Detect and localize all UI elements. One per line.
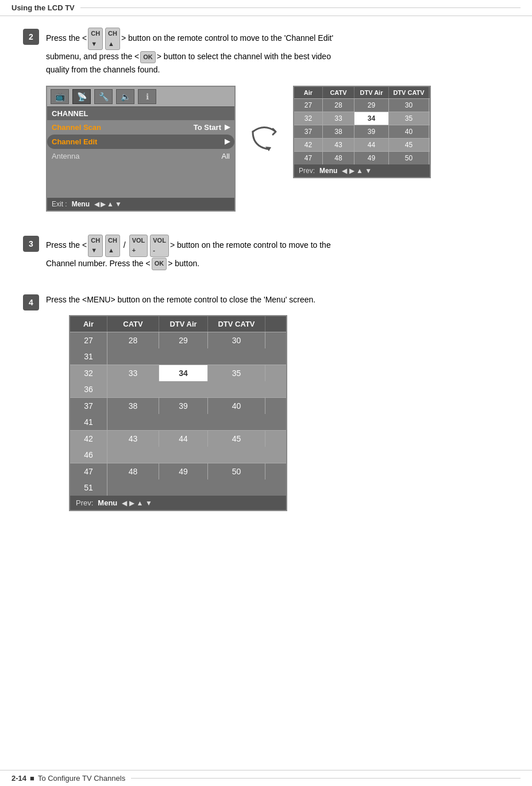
col-air: Air (294, 87, 323, 98)
col-catv: CATV (323, 87, 354, 98)
grid-footer-small: Prev: Menu ◀ ▶ ▲ ▼ (294, 164, 430, 177)
header-title: Using the LCD TV (11, 3, 75, 12)
step3-content: Press the <CH▼CH▲ / VOL+VOL-> button on … (46, 235, 509, 270)
vol-up-btn3: VOL+ (129, 235, 148, 257)
large-grid-nav-arrows: ◀ ▶ ▲ ▼ (122, 499, 152, 507)
step4-block: 4 Press the <MENU> button on the remote … (23, 293, 509, 511)
channel-grid-panel-large: Air CATV DTV Air DTV CATV 27 28 29 30 31 (69, 315, 287, 511)
step2-section: 2 Press the <CH▼CH▲> button on the remot… (23, 28, 509, 212)
ok-btn: OK (140, 51, 156, 64)
menu-icon-audio: 🔈 (116, 89, 134, 104)
table-row: 37 38 39 40 41 (70, 397, 286, 430)
large-col-air: Air (70, 316, 107, 332)
right-arrow: ▶ (101, 200, 106, 208)
channel-menu-panel: 📺 📡 🔧 🔈 ℹ CHANNEL (46, 86, 236, 212)
row1-arrow: ▶ (225, 137, 230, 145)
col-dtv-air: DTV Air (354, 87, 389, 98)
step3-section: 3 Press the <CH▼CH▲ / VOL+VOL-> button o… (23, 235, 509, 270)
table-row: 32 33 34 35 36 (70, 365, 286, 397)
step2-ui-panels: 📺 📡 🔧 🔈 ℹ CHANNEL (46, 86, 509, 212)
footer-page: 2-14 (11, 774, 26, 783)
channel-menu-footer: Exit : Menu ◀ ▶ ▲ ▼ (47, 198, 234, 210)
channel-menu-title: CHANNEL (47, 106, 234, 120)
menu-icons-row: 📺 📡 🔧 🔈 ℹ (47, 87, 234, 106)
table-row: 37 38 39 40 (294, 125, 430, 138)
menu-row-channel-edit: Channel Edit ▶ (47, 135, 234, 149)
step3-text: Press the <CH▼CH▲ / VOL+VOL-> button on … (46, 235, 509, 270)
step4-number: 4 (23, 294, 39, 310)
footer-divider (131, 778, 521, 779)
header-divider (80, 7, 521, 8)
menu-icon-tv: 📺 (51, 89, 69, 104)
ch-up-btn: CH▲ (105, 28, 120, 50)
large-grid-header: Air CATV DTV Air DTV CATV (70, 316, 286, 332)
table-row: 32 33 34 35 (294, 112, 430, 125)
menu-row-channel-scan: Channel Scan To Start ▶ (47, 120, 234, 135)
large-grid-footer: Prev: Menu ◀ ▶ ▲ ▼ (70, 496, 286, 510)
menu-icon-ch: 📡 (72, 89, 91, 104)
ch-up-btn3: CH▲ (105, 235, 120, 257)
step2-number: 2 (23, 29, 39, 45)
menu-icon-settings: 🔧 (94, 89, 113, 104)
up-arrow: ▲ (107, 200, 114, 208)
step3-number: 3 (23, 236, 39, 252)
step4-content: Press the <MENU> button on the remote co… (46, 293, 509, 511)
header: Using the LCD TV (0, 0, 532, 16)
large-col-dtv-catv: DTV CATV (208, 316, 265, 332)
channel-menu-rows: Channel Scan To Start ▶ Channel Edit (47, 120, 234, 198)
footer-title: To Configure TV Channels (38, 774, 125, 783)
table-row: 42 43 44 45 46 (70, 430, 286, 463)
table-row: 27 28 29 30 31 (70, 332, 286, 365)
menu-row-antenna: Antenna All (47, 149, 234, 163)
large-col-catv: CATV (107, 316, 159, 332)
step2-content: Press the <CH▼CH▲> button on the remote … (46, 28, 509, 212)
large-col-dtv-air: DTV Air (159, 316, 208, 332)
channel-grid-panel-small: Air CATV DTV Air DTV CATV 27 28 29 30 (293, 86, 431, 178)
grid-nav-arrows: ◀ ▶ ▲ ▼ (342, 167, 372, 175)
left-arrow: ◀ (94, 200, 99, 208)
vol-down-btn3: VOL- (150, 235, 169, 257)
step2-text: Press the <CH▼CH▲> button on the remote … (46, 28, 509, 76)
menu-icon-info: ℹ (138, 89, 156, 104)
col-dtv-catv: DTV CATV (389, 87, 429, 98)
footer-separator: ■ (30, 774, 34, 783)
ch-down-btn: CH▼ (88, 28, 103, 50)
down-arrow: ▼ (115, 200, 122, 208)
footer-nav-arrows: ◀ ▶ ▲ ▼ (94, 200, 122, 208)
table-row: 47 48 49 50 51 (70, 463, 286, 496)
ch-down-btn3: CH▼ (88, 235, 103, 257)
main-content: 2 Press the <CH▼CH▲> button on the remot… (0, 16, 532, 569)
step4-text: Press the <MENU> button on the remote co… (46, 293, 509, 306)
ok-btn3: OK (152, 258, 167, 270)
step3-block: 3 Press the <CH▼CH▲ / VOL+VOL-> button o… (23, 235, 509, 270)
grid-header: Air CATV DTV Air DTV CATV (294, 87, 430, 98)
step2-block: 2 Press the <CH▼CH▲> button on the remot… (23, 28, 509, 212)
step4-section: 4 Press the <MENU> button on the remote … (23, 293, 509, 511)
table-row: 47 48 49 50 (294, 151, 430, 164)
curved-arrow (247, 120, 282, 155)
row0-arrow: ▶ (225, 123, 230, 131)
table-row: 42 43 44 45 (294, 138, 430, 151)
footer: 2-14 ■ To Configure TV Channels (0, 770, 532, 786)
table-row: 27 28 29 30 (294, 98, 430, 112)
